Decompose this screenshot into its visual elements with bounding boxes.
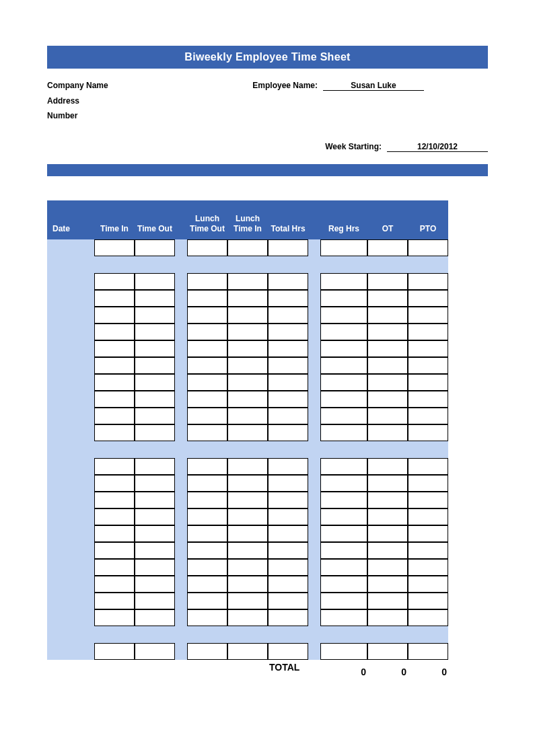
time-cell[interactable]: [367, 424, 408, 441]
time-cell[interactable]: [408, 290, 448, 307]
time-cell[interactable]: [94, 492, 135, 508]
time-cell[interactable]: [320, 391, 367, 408]
time-cell[interactable]: [367, 307, 408, 324]
time-cell[interactable]: [408, 559, 448, 576]
time-cell[interactable]: [320, 542, 367, 559]
time-cell[interactable]: [135, 508, 175, 525]
time-cell[interactable]: [367, 593, 408, 609]
time-cell[interactable]: [320, 424, 367, 441]
time-cell[interactable]: [268, 273, 308, 290]
time-cell[interactable]: [94, 593, 135, 609]
time-cell[interactable]: [135, 290, 175, 307]
time-cell[interactable]: [227, 374, 268, 391]
time-cell[interactable]: [408, 609, 448, 626]
time-cell[interactable]: [367, 290, 408, 307]
time-cell[interactable]: [408, 643, 448, 660]
time-cell[interactable]: [94, 458, 135, 475]
time-cell[interactable]: [94, 609, 135, 626]
time-cell[interactable]: [268, 609, 308, 626]
time-cell[interactable]: [94, 508, 135, 525]
time-cell[interactable]: [227, 357, 268, 374]
time-cell[interactable]: [94, 391, 135, 408]
time-cell[interactable]: [135, 576, 175, 593]
time-cell[interactable]: [187, 273, 227, 290]
time-cell[interactable]: [227, 307, 268, 324]
time-cell[interactable]: [227, 408, 268, 424]
time-cell[interactable]: [94, 576, 135, 593]
time-cell[interactable]: [94, 290, 135, 307]
time-cell[interactable]: [268, 391, 308, 408]
time-cell[interactable]: [227, 273, 268, 290]
time-cell[interactable]: [320, 492, 367, 508]
time-cell[interactable]: [408, 324, 448, 340]
time-cell[interactable]: [268, 239, 308, 256]
time-cell[interactable]: [135, 239, 175, 256]
time-cell[interactable]: [94, 643, 135, 660]
time-cell[interactable]: [367, 273, 408, 290]
time-cell[interactable]: [367, 475, 408, 492]
time-cell[interactable]: [320, 357, 367, 374]
time-cell[interactable]: [408, 273, 448, 290]
time-cell[interactable]: [408, 593, 448, 609]
time-cell[interactable]: [135, 273, 175, 290]
time-cell[interactable]: [320, 508, 367, 525]
time-cell[interactable]: [227, 542, 268, 559]
time-cell[interactable]: [268, 492, 308, 508]
time-cell[interactable]: [227, 593, 268, 609]
time-cell[interactable]: [187, 508, 227, 525]
time-cell[interactable]: [268, 593, 308, 609]
time-cell[interactable]: [268, 576, 308, 593]
time-cell[interactable]: [320, 576, 367, 593]
time-cell[interactable]: [135, 542, 175, 559]
time-cell[interactable]: [94, 408, 135, 424]
time-cell[interactable]: [187, 290, 227, 307]
time-cell[interactable]: [94, 239, 135, 256]
time-cell[interactable]: [408, 508, 448, 525]
time-cell[interactable]: [320, 290, 367, 307]
time-cell[interactable]: [268, 340, 308, 357]
time-cell[interactable]: [408, 340, 448, 357]
time-cell[interactable]: [227, 324, 268, 340]
time-cell[interactable]: [320, 559, 367, 576]
time-cell[interactable]: [227, 559, 268, 576]
time-cell[interactable]: [320, 340, 367, 357]
time-cell[interactable]: [227, 525, 268, 542]
time-cell[interactable]: [135, 408, 175, 424]
time-cell[interactable]: [187, 357, 227, 374]
time-cell[interactable]: [135, 643, 175, 660]
time-cell[interactable]: [268, 508, 308, 525]
time-cell[interactable]: [408, 525, 448, 542]
time-cell[interactable]: [320, 643, 367, 660]
time-cell[interactable]: [135, 458, 175, 475]
time-cell[interactable]: [227, 643, 268, 660]
time-cell[interactable]: [367, 542, 408, 559]
time-cell[interactable]: [135, 593, 175, 609]
time-cell[interactable]: [408, 576, 448, 593]
time-cell[interactable]: [187, 307, 227, 324]
time-cell[interactable]: [187, 324, 227, 340]
time-cell[interactable]: [94, 340, 135, 357]
time-cell[interactable]: [135, 559, 175, 576]
time-cell[interactable]: [408, 357, 448, 374]
time-cell[interactable]: [320, 239, 367, 256]
time-cell[interactable]: [320, 593, 367, 609]
time-cell[interactable]: [268, 357, 308, 374]
time-cell[interactable]: [135, 340, 175, 357]
time-cell[interactable]: [268, 475, 308, 492]
time-cell[interactable]: [135, 492, 175, 508]
time-cell[interactable]: [320, 458, 367, 475]
time-cell[interactable]: [135, 374, 175, 391]
time-cell[interactable]: [367, 525, 408, 542]
time-cell[interactable]: [135, 324, 175, 340]
time-cell[interactable]: [227, 475, 268, 492]
time-cell[interactable]: [135, 475, 175, 492]
time-cell[interactable]: [135, 357, 175, 374]
time-cell[interactable]: [227, 492, 268, 508]
time-cell[interactable]: [320, 475, 367, 492]
time-cell[interactable]: [227, 424, 268, 441]
time-cell[interactable]: [135, 391, 175, 408]
time-cell[interactable]: [94, 475, 135, 492]
time-cell[interactable]: [187, 340, 227, 357]
time-cell[interactable]: [367, 408, 408, 424]
time-cell[interactable]: [408, 307, 448, 324]
